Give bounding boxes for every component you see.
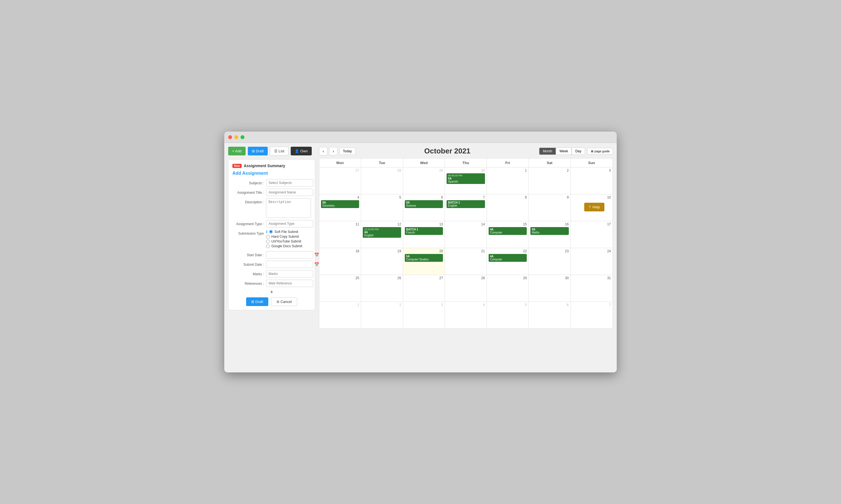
start-date-input[interactable]: [266, 251, 313, 258]
submission-type-group: ℹ Soft File Submit Hard Copy Submit Url/…: [266, 230, 311, 249]
form-card-header: New Assignment Summary: [233, 163, 311, 168]
calendar-cell-w1-d2[interactable]: 69AScience: [403, 194, 445, 221]
calendar-cell-w5-d6[interactable]: 7: [571, 302, 613, 328]
calendar-cell-w1-d3[interactable]: 7BATCH 1English: [445, 194, 487, 221]
calendar-cell-w0-d6[interactable]: 3: [571, 167, 613, 194]
calendar-cell-w5-d5[interactable]: 6: [529, 302, 570, 328]
calendar-cell-w5-d3[interactable]: 4: [445, 302, 487, 328]
radio-hard-copy-input[interactable]: [266, 235, 270, 238]
event-w1-d3-0[interactable]: BATCH 1English: [447, 200, 485, 208]
day-header-mon: Mon: [319, 159, 361, 167]
event-w2-d1-0[interactable]: 12:23:00 PM4AEnglish: [363, 227, 401, 238]
calendar-month-title: October 2021: [424, 147, 470, 156]
calendar-cell-w3-d5[interactable]: 23: [529, 248, 570, 275]
draft-button[interactable]: ⊞ Draft: [248, 147, 268, 156]
submit-date-row: Submit Date : 📅: [233, 261, 311, 268]
calendar-cell-w3-d2[interactable]: 205AComputer Studies: [403, 248, 445, 275]
calendar-cell-w3-d6[interactable]: 24: [571, 248, 613, 275]
week-view-button[interactable]: Week: [556, 147, 571, 155]
event-w3-d2-0[interactable]: 5AComputer Studies: [405, 254, 443, 262]
calendar-cell-w4-d0[interactable]: 25: [319, 275, 361, 302]
calendar-cell-w0-d0[interactable]: 27: [319, 167, 361, 194]
description-input[interactable]: [266, 198, 311, 218]
add-assignment-title: Add Assignment: [233, 171, 311, 176]
view-buttons: Month Week Day: [539, 147, 585, 155]
start-date-calendar-icon[interactable]: 📅: [314, 253, 319, 257]
calendar-cell-w4-d3[interactable]: 28: [445, 275, 487, 302]
cell-number-w0-d3: 30: [447, 168, 485, 173]
calendar-cell-w4-d2[interactable]: 27: [403, 275, 445, 302]
calendar-cell-w2-d6[interactable]: 17: [571, 221, 613, 248]
calendar-cell-w3-d0[interactable]: 18: [319, 248, 361, 275]
calendar-week-4: 25262728293031: [319, 275, 613, 302]
page-guide-button[interactable]: 🖥 page guide: [587, 148, 613, 155]
form-cancel-button[interactable]: ⊘ Cancel: [271, 298, 297, 306]
add-button[interactable]: + Add: [228, 147, 245, 156]
calendar-cell-w0-d2[interactable]: 29: [403, 167, 445, 194]
calendar-cell-w1-d0[interactable]: 49AGeometry: [319, 194, 361, 221]
maximize-button[interactable]: [241, 135, 244, 139]
radio-url-input[interactable]: [266, 240, 270, 243]
info-icon[interactable]: ℹ: [266, 230, 268, 234]
calendar-cell-w4-d6[interactable]: 31: [571, 275, 613, 302]
calendar-cell-w4-d5[interactable]: 30: [529, 275, 570, 302]
calendar-cell-w3-d1[interactable]: 19: [361, 248, 403, 275]
event-w2-d2-0[interactable]: BATCH 1French: [405, 227, 443, 235]
calendar-cell-w0-d5[interactable]: 2: [529, 167, 570, 194]
calendar-cell-w2-d2[interactable]: 13BATCH 1French: [403, 221, 445, 248]
event-w0-d3-0[interactable]: 06:45:00 PM5ASpanish: [447, 173, 485, 184]
description-label: Description :: [233, 198, 266, 204]
assignment-type-row: Assignment Type :: [233, 220, 311, 227]
calendar-cell-w5-d4[interactable]: 5: [487, 302, 529, 328]
calendar-cell-w2-d5[interactable]: 169AMaths: [529, 221, 570, 248]
calendar-cell-w5-d2[interactable]: 3: [403, 302, 445, 328]
calendar-cell-w1-d5[interactable]: 9: [529, 194, 570, 221]
calendar-cell-w2-d1[interactable]: 1212:23:00 PM4AEnglish: [361, 221, 403, 248]
calendar-cell-w5-d1[interactable]: 2: [361, 302, 403, 328]
event-w1-d2-0[interactable]: 9AScience: [405, 200, 443, 208]
minimize-button[interactable]: [234, 135, 238, 139]
calendar-cell-w1-d1[interactable]: 5: [361, 194, 403, 221]
form-draft-button[interactable]: ⊞ Draft: [246, 298, 268, 306]
calendar-cell-w2-d3[interactable]: 14: [445, 221, 487, 248]
event-w1-d0-0[interactable]: 9AGeometry: [321, 200, 359, 208]
calendar-cell-w0-d1[interactable]: 28: [361, 167, 403, 194]
calendar-cell-w1-d4[interactable]: 8: [487, 194, 529, 221]
today-button[interactable]: Today: [339, 147, 356, 155]
next-month-button[interactable]: ›: [329, 147, 338, 156]
marks-input[interactable]: [266, 270, 313, 277]
own-button[interactable]: 👤 Own: [291, 147, 312, 156]
references-input[interactable]: [266, 280, 313, 287]
add-more-icon[interactable]: +: [233, 289, 311, 295]
calendar-cell-w0-d3[interactable]: 3006:45:00 PM5ASpanish: [445, 167, 487, 194]
calendar-days-header: Mon Tue Wed Thu Fri Sat Sun: [319, 159, 613, 167]
day-view-button[interactable]: Day: [571, 147, 585, 155]
event-w2-d4-0[interactable]: 4AComputer: [488, 227, 527, 235]
assignment-type-input[interactable]: [266, 220, 313, 227]
event-w3-d4-0[interactable]: 4AComputer: [488, 254, 527, 262]
close-button[interactable]: [228, 135, 232, 139]
calendar-cell-w4-d4[interactable]: 29: [487, 275, 529, 302]
assignment-title-input[interactable]: [266, 189, 313, 196]
new-badge: New: [233, 164, 242, 168]
radio-soft-file-input[interactable]: [269, 230, 273, 234]
list-button[interactable]: ☰ List: [270, 147, 289, 156]
cell-number-w1-d5: 9: [530, 195, 568, 199]
calendar-cell-w0-d4[interactable]: 1: [487, 167, 529, 194]
prev-month-button[interactable]: ‹: [319, 147, 327, 156]
calendar-cell-w3-d4[interactable]: 224AComputer: [487, 248, 529, 275]
calendar-cell-w1-d6[interactable]: 10: [571, 194, 613, 221]
submit-date-calendar-icon[interactable]: 📅: [314, 262, 319, 267]
day-header-sun: Sun: [571, 159, 613, 167]
radio-google-docs-input[interactable]: [266, 245, 270, 248]
calendar-cell-w2-d4[interactable]: 154AComputer: [487, 221, 529, 248]
event-w2-d5-0[interactable]: 9AMaths: [530, 227, 568, 235]
calendar-cell-w4-d1[interactable]: 26: [361, 275, 403, 302]
calendar-cell-w3-d3[interactable]: 21: [445, 248, 487, 275]
submit-date-input[interactable]: [266, 261, 313, 268]
subjects-input[interactable]: [266, 179, 313, 186]
calendar-cell-w2-d0[interactable]: 11: [319, 221, 361, 248]
month-view-button[interactable]: Month: [539, 147, 555, 155]
calendar-cell-w5-d0[interactable]: 1: [319, 302, 361, 328]
cell-number-w5-d3: 4: [447, 303, 485, 307]
